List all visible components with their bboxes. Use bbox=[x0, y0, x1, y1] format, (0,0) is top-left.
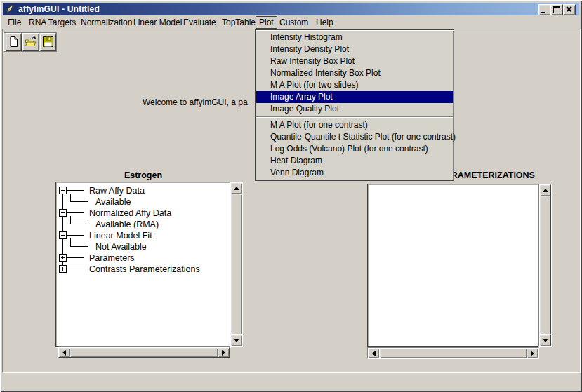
menu-file[interactable]: File bbox=[8, 18, 21, 27]
menu-toptable[interactable]: TopTable bbox=[222, 18, 256, 27]
right-vertical-scrollbar[interactable] bbox=[538, 184, 552, 347]
arrow-down-icon bbox=[543, 339, 548, 342]
scroll-right-button[interactable] bbox=[218, 347, 230, 358]
close-button[interactable] bbox=[563, 4, 576, 15]
menu-item-image-array-plot[interactable]: Image Array Plot bbox=[256, 91, 453, 103]
tree-expander-icon[interactable] bbox=[59, 231, 67, 239]
menu-item-image-quality-plot[interactable]: Image Quality Plot bbox=[256, 103, 454, 115]
arrow-left-icon bbox=[62, 350, 66, 356]
menu-item-qq-t-statistic-plot[interactable]: Quantile-Quantile t Statistic Plot (for … bbox=[256, 131, 454, 143]
open-folder-icon bbox=[25, 36, 37, 48]
tk-feather-icon bbox=[5, 4, 15, 14]
save-button[interactable] bbox=[40, 33, 56, 51]
scroll-right-button[interactable] bbox=[527, 348, 538, 358]
scroll-down-button[interactable] bbox=[230, 334, 242, 346]
menu-evaluate[interactable]: Evaluate bbox=[183, 18, 216, 27]
scroll-thumb[interactable] bbox=[379, 348, 527, 358]
scroll-down-button[interactable] bbox=[539, 334, 551, 346]
scroll-thumb[interactable] bbox=[70, 347, 218, 358]
menu-item-ma-plot-two-slides[interactable]: M A Plot (for two slides) bbox=[256, 79, 454, 91]
tree-item[interactable]: Contrasts Parameterizations bbox=[89, 264, 200, 274]
tree-expander-icon[interactable] bbox=[59, 209, 67, 217]
arrow-right-icon bbox=[222, 350, 225, 356]
menubar: File RNA Targets Normalization Linear Mo… bbox=[2, 15, 580, 29]
left-horizontal-scrollbar[interactable] bbox=[58, 346, 230, 358]
app-window: affylmGUI - Untitled File RNA Targets No… bbox=[0, 0, 582, 392]
scroll-up-button[interactable] bbox=[539, 184, 551, 196]
tree-item[interactable]: Available bbox=[95, 197, 131, 207]
save-icon bbox=[42, 36, 54, 48]
menu-plot[interactable]: Plot bbox=[256, 16, 277, 29]
welcome-label: Welcome to affylmGUI, a pa bbox=[143, 97, 248, 107]
new-file-button[interactable] bbox=[6, 33, 22, 51]
minimize-button[interactable] bbox=[538, 4, 551, 15]
titlebar[interactable]: affylmGUI - Untitled bbox=[3, 3, 579, 15]
minimize-icon bbox=[541, 12, 545, 13]
left-panel-header: Estrogen bbox=[55, 170, 231, 180]
tree-item[interactable]: Available (RMA) bbox=[95, 219, 159, 229]
maximize-button[interactable] bbox=[550, 4, 563, 15]
status-tree-listbox[interactable]: Raw Affy Data Available Normalized Affy … bbox=[55, 182, 230, 347]
new-file-icon bbox=[8, 36, 20, 48]
menu-item-log-odds-volcano-plot[interactable]: Log Odds (Volcano) Plot (for one contras… bbox=[256, 143, 454, 155]
maximize-icon bbox=[553, 6, 560, 13]
arrow-left-icon bbox=[372, 351, 376, 356]
tree-item[interactable]: Normalized Affy Data bbox=[89, 208, 171, 218]
left-vertical-scrollbar[interactable] bbox=[230, 182, 243, 347]
scroll-left-button[interactable] bbox=[368, 348, 380, 358]
plot-menu-popup: Intensity Histogram Intensity Density Pl… bbox=[255, 29, 454, 181]
menu-item-raw-intensity-box-plot[interactable]: Raw Intensity Box Plot bbox=[256, 55, 454, 67]
tree-expander-icon[interactable] bbox=[59, 187, 67, 194]
open-file-button[interactable] bbox=[22, 33, 39, 51]
arrow-down-icon bbox=[234, 339, 239, 342]
scroll-up-button[interactable] bbox=[230, 182, 242, 194]
menu-item-ma-plot-one-contrast[interactable]: M A Plot (for one contrast) bbox=[256, 119, 454, 131]
menu-item-normalized-intensity-box-plot[interactable]: Normalized Intensity Box Plot bbox=[256, 67, 454, 79]
arrow-right-icon bbox=[531, 351, 534, 356]
menu-item-intensity-density-plot[interactable]: Intensity Density Plot bbox=[256, 43, 454, 55]
right-horizontal-scrollbar[interactable] bbox=[367, 347, 539, 359]
menu-separator bbox=[256, 116, 453, 118]
menu-help[interactable]: Help bbox=[316, 18, 333, 27]
menu-item-venn-diagram[interactable]: Venn Diagram bbox=[256, 167, 454, 179]
tree-item[interactable]: Not Available bbox=[95, 242, 147, 252]
scroll-left-button[interactable] bbox=[58, 347, 70, 358]
arrow-up-icon bbox=[234, 187, 239, 190]
toolbar bbox=[3, 32, 57, 52]
scroll-thumb[interactable] bbox=[230, 194, 242, 335]
window-title: affylmGUI - Untitled bbox=[18, 4, 100, 14]
menu-normalization[interactable]: Normalization bbox=[81, 18, 132, 27]
menu-rna-targets[interactable]: RNA Targets bbox=[29, 18, 76, 27]
scroll-thumb[interactable] bbox=[539, 196, 551, 335]
tree-expander-icon[interactable] bbox=[59, 265, 67, 273]
menu-linear-model[interactable]: Linear Model bbox=[133, 18, 182, 27]
menu-item-heat-diagram[interactable]: Heat Diagram bbox=[256, 155, 454, 167]
tree-item[interactable]: Linear Model Fit bbox=[89, 231, 152, 241]
arrow-up-icon bbox=[543, 189, 548, 192]
menu-custom[interactable]: Custom bbox=[279, 18, 308, 27]
tree-expander-icon[interactable] bbox=[59, 254, 67, 262]
contrasts-listbox[interactable] bbox=[367, 184, 539, 347]
menu-item-intensity-histogram[interactable]: Intensity Histogram bbox=[256, 32, 454, 43]
tree-item[interactable]: Raw Affy Data bbox=[89, 186, 145, 196]
tree-item[interactable]: Parameters bbox=[89, 253, 135, 263]
